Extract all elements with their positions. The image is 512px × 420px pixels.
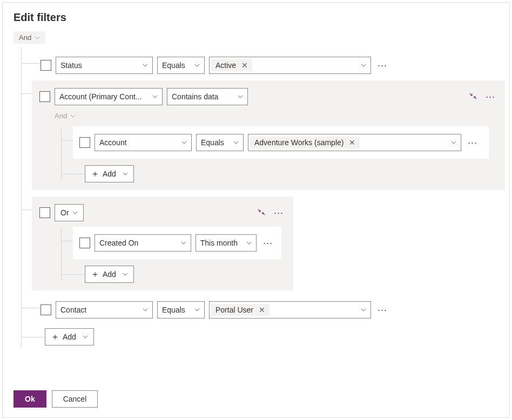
filter-row-contact: Contact Equals Portal User ✕ ··· [41,301,498,319]
add-label: Add [103,170,116,178]
tree-line [61,140,73,141]
operator-select[interactable]: Equals [196,134,244,151]
tree-line [21,93,32,94]
dialog-footer: Ok Cancel [14,390,98,408]
chevron-down-icon [361,308,366,311]
cancel-label: Cancel [63,395,87,403]
field-select[interactable]: Status [56,57,153,74]
plus-icon: ＋ [91,269,99,280]
filter-tree: Status Equals Active ✕ ··· [17,47,498,346]
value-select[interactable]: Portal User ✕ [209,301,371,319]
row-checkbox[interactable] [79,137,90,148]
chevron-down-icon [83,335,88,338]
value-tag-label: Active [215,61,236,70]
row-checkbox[interactable] [41,304,51,315]
group-header: Or ··· [39,204,286,221]
add-button[interactable]: ＋ Add [85,165,134,182]
operator-select[interactable]: Equals [157,57,205,74]
chevron-down-icon [181,141,187,144]
inner-row-wrap: Account Equals Adventure Works (sampl [73,126,489,159]
group-header: Account (Primary Cont... Contains data ·… [39,88,497,105]
group-more-icon[interactable]: ··· [272,208,286,218]
plus-icon: ＋ [51,331,59,343]
group-or: Or ··· [32,197,293,290]
chevron-down-icon [72,211,78,214]
field-label: Contact [60,306,86,314]
ok-button[interactable]: Ok [14,390,46,408]
add-label: Add [103,270,116,279]
chevron-down-icon [246,241,252,245]
remove-tag-icon[interactable]: ✕ [241,61,248,70]
tree-line [61,274,85,275]
filter-row-status: Status Equals Active ✕ ··· [41,57,498,74]
operator-select[interactable]: Equals [157,301,205,319]
chevron-down-icon [194,64,200,67]
tree-line [21,337,45,337]
chevron-down-icon [181,241,186,245]
inner-logical-op[interactable]: And [55,111,76,121]
plus-icon: ＋ [91,168,99,180]
tree-line [61,241,73,241]
chevron-down-icon [123,172,128,175]
row-checkbox[interactable] [39,207,50,218]
collapse-icon[interactable] [467,90,479,104]
value-tag-label: Portal User [215,306,253,314]
value-tag-label: Adventure Works (sample) [254,138,343,147]
tree-line [61,128,62,180]
value-select[interactable]: Active ✕ [209,57,371,74]
value-select[interactable]: Adventure Works (sample) ✕ [248,134,461,151]
filter-row-createdon: Created On This month ··· [79,234,275,252]
tree-line [61,229,62,281]
remove-tag-icon[interactable]: ✕ [259,306,265,314]
row-checkbox[interactable] [79,238,90,248]
value-tag: Active ✕ [211,59,252,71]
chevron-down-icon [451,141,456,144]
field-label: Status [60,61,82,70]
value-tag: Adventure Works (sample) ✕ [250,137,360,148]
add-button[interactable]: ＋ Add [45,328,94,346]
op-label: This month [200,239,238,247]
chevron-down-icon [143,64,148,67]
value-tag: Portal User ✕ [211,304,270,316]
row-more-icon[interactable]: ··· [375,60,389,70]
operator-select[interactable]: This month [196,234,257,252]
row-more-icon[interactable]: ··· [375,305,389,315]
remove-tag-icon[interactable]: ✕ [349,138,355,147]
cancel-button[interactable]: Cancel [52,390,98,408]
group-account: Account (Primary Cont... Contains data ·… [32,80,505,190]
add-button[interactable]: ＋ Add [85,266,134,283]
field-select[interactable]: Account [95,134,192,151]
op-label: Equals [162,61,185,70]
chevron-down-icon [361,64,366,67]
or-op-select[interactable]: Or [55,204,84,221]
operator-select[interactable]: Contains data [167,88,248,105]
row-more-icon[interactable]: ··· [261,238,275,248]
ok-label: Ok [25,395,35,403]
row-checkbox[interactable] [41,60,51,71]
field-select[interactable]: Account (Primary Cont... [55,88,163,105]
op-label: Equals [162,306,185,314]
collapse-icon[interactable] [255,206,267,220]
chevron-down-icon [123,273,128,276]
edit-filters-panel: Edit filters And Status Equals [2,2,510,418]
field-label: Account [99,138,127,147]
tree-line [21,308,41,308]
group-more-icon[interactable]: ··· [483,92,497,101]
field-label: Account (Primary Cont... [59,92,149,101]
or-op-label: Or [60,208,69,217]
row-checkbox[interactable] [39,91,50,102]
root-logical-op[interactable]: And [14,31,45,44]
op-label: Contains data [172,92,218,101]
row-more-icon[interactable]: ··· [466,138,480,147]
add-label: Add [63,333,76,341]
chevron-down-icon [143,308,148,311]
chevron-down-icon [152,95,158,98]
inner-op-label: And [55,112,67,120]
field-select[interactable]: Created On [95,234,191,252]
tree-line [61,174,85,174]
tree-line [21,47,22,348]
inner-row-wrap: Created On This month ··· [73,227,281,259]
field-select[interactable]: Contact [56,301,153,319]
filter-row-account: Account Equals Adventure Works (sampl [79,134,482,151]
op-label: Equals [201,138,224,147]
